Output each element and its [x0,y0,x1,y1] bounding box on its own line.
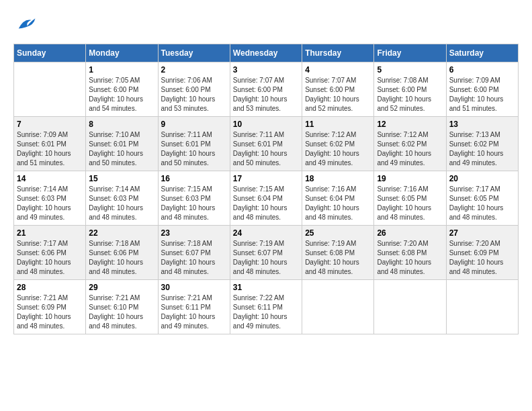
calendar-cell: 11Sunrise: 7:12 AMSunset: 6:02 PMDayligh… [302,117,374,171]
day-info: Sunrise: 7:19 AMSunset: 6:08 PMDaylight:… [305,239,371,277]
calendar-cell: 17Sunrise: 7:15 AMSunset: 6:04 PMDayligh… [230,171,302,226]
day-number: 30 [161,283,227,292]
calendar-cell: 31Sunrise: 7:22 AMSunset: 6:11 PMDayligh… [230,280,302,334]
day-info: Sunrise: 7:09 AMSunset: 6:01 PMDaylight:… [17,130,83,168]
day-number: 13 [449,120,515,129]
day-number: 8 [89,120,154,129]
calendar-cell: 3Sunrise: 7:07 AMSunset: 6:00 PMDaylight… [230,62,302,117]
day-number: 18 [305,174,371,183]
day-info: Sunrise: 7:21 AMSunset: 6:09 PMDaylight:… [17,293,83,331]
day-number: 11 [305,120,371,129]
day-number: 21 [17,228,83,238]
calendar-cell: 18Sunrise: 7:16 AMSunset: 6:04 PMDayligh… [302,171,374,226]
calendar-cell: 8Sunrise: 7:10 AMSunset: 6:01 PMDaylight… [86,117,158,171]
weekday-header-tuesday: Tuesday [158,44,230,62]
day-number: 6 [449,65,515,75]
week-row-5: 28Sunrise: 7:21 AMSunset: 6:09 PMDayligh… [14,280,519,334]
day-info: Sunrise: 7:20 AMSunset: 6:09 PMDaylight:… [449,239,515,277]
day-info: Sunrise: 7:11 AMSunset: 6:01 PMDaylight:… [161,130,227,168]
calendar-cell: 28Sunrise: 7:21 AMSunset: 6:09 PMDayligh… [14,280,86,334]
day-number: 26 [377,228,443,238]
calendar-cell: 10Sunrise: 7:11 AMSunset: 6:01 PMDayligh… [230,117,302,171]
calendar-table: SundayMondayTuesdayWednesdayThursdayFrid… [13,44,519,334]
weekday-header-sunday: Sunday [14,44,86,62]
weekday-header-thursday: Thursday [302,44,374,62]
day-info: Sunrise: 7:09 AMSunset: 6:00 PMDaylight:… [449,76,515,113]
weekday-header-wednesday: Wednesday [230,44,302,62]
day-number: 12 [377,120,443,129]
day-info: Sunrise: 7:07 AMSunset: 6:00 PMDaylight:… [233,76,299,113]
day-info: Sunrise: 7:05 AMSunset: 6:00 PMDaylight:… [89,76,154,113]
week-row-1: 1Sunrise: 7:05 AMSunset: 6:00 PMDaylight… [14,62,519,117]
day-number: 9 [161,120,227,129]
day-number: 27 [449,228,515,238]
day-number: 1 [89,65,154,75]
day-number: 22 [89,228,154,238]
day-info: Sunrise: 7:18 AMSunset: 6:07 PMDaylight:… [161,239,227,277]
day-info: Sunrise: 7:22 AMSunset: 6:11 PMDaylight:… [233,293,299,331]
day-info: Sunrise: 7:12 AMSunset: 6:02 PMDaylight:… [377,130,443,168]
day-info: Sunrise: 7:21 AMSunset: 6:10 PMDaylight:… [89,293,154,331]
week-row-2: 7Sunrise: 7:09 AMSunset: 6:01 PMDaylight… [14,117,519,171]
calendar-cell: 4Sunrise: 7:07 AMSunset: 6:00 PMDaylight… [302,62,374,117]
day-info: Sunrise: 7:12 AMSunset: 6:02 PMDaylight:… [305,130,371,168]
calendar-cell: 5Sunrise: 7:08 AMSunset: 6:00 PMDaylight… [374,62,446,117]
calendar-cell: 29Sunrise: 7:21 AMSunset: 6:10 PMDayligh… [86,280,158,334]
calendar-cell [302,280,374,334]
day-info: Sunrise: 7:11 AMSunset: 6:01 PMDaylight:… [233,130,299,168]
calendar-cell: 19Sunrise: 7:16 AMSunset: 6:05 PMDayligh… [374,171,446,226]
day-info: Sunrise: 7:15 AMSunset: 6:04 PMDaylight:… [233,185,299,222]
day-info: Sunrise: 7:19 AMSunset: 6:07 PMDaylight:… [233,239,299,277]
day-number: 10 [233,120,299,129]
calendar-cell: 21Sunrise: 7:17 AMSunset: 6:06 PMDayligh… [14,226,86,280]
calendar-cell: 9Sunrise: 7:11 AMSunset: 6:01 PMDaylight… [158,117,230,171]
day-info: Sunrise: 7:16 AMSunset: 6:04 PMDaylight:… [305,185,371,222]
day-number: 24 [233,228,299,238]
day-info: Sunrise: 7:21 AMSunset: 6:11 PMDaylight:… [161,293,227,331]
calendar-cell: 26Sunrise: 7:20 AMSunset: 6:08 PMDayligh… [374,226,446,280]
day-info: Sunrise: 7:16 AMSunset: 6:05 PMDaylight:… [377,185,443,222]
day-info: Sunrise: 7:10 AMSunset: 6:01 PMDaylight:… [89,130,154,168]
day-info: Sunrise: 7:15 AMSunset: 6:03 PMDaylight:… [161,185,227,222]
day-number: 3 [233,65,299,75]
day-number: 28 [17,283,83,292]
day-number: 17 [233,174,299,183]
calendar-cell: 22Sunrise: 7:18 AMSunset: 6:06 PMDayligh… [86,226,158,280]
day-number: 16 [161,174,227,183]
calendar-cell: 23Sunrise: 7:18 AMSunset: 6:07 PMDayligh… [158,226,230,280]
calendar-cell: 1Sunrise: 7:05 AMSunset: 6:00 PMDaylight… [86,62,158,117]
day-info: Sunrise: 7:14 AMSunset: 6:03 PMDaylight:… [89,185,154,222]
calendar-cell: 24Sunrise: 7:19 AMSunset: 6:07 PMDayligh… [230,226,302,280]
calendar-cell: 25Sunrise: 7:19 AMSunset: 6:08 PMDayligh… [302,226,374,280]
calendar-cell: 27Sunrise: 7:20 AMSunset: 6:09 PMDayligh… [446,226,518,280]
week-row-3: 14Sunrise: 7:14 AMSunset: 6:03 PMDayligh… [14,171,519,226]
logo [13,13,38,37]
day-info: Sunrise: 7:18 AMSunset: 6:06 PMDaylight:… [89,239,154,277]
header [13,13,519,37]
calendar-cell: 30Sunrise: 7:21 AMSunset: 6:11 PMDayligh… [158,280,230,334]
calendar-cell: 13Sunrise: 7:13 AMSunset: 6:02 PMDayligh… [446,117,518,171]
weekday-header-friday: Friday [374,44,446,62]
calendar-cell [14,62,86,117]
day-number: 5 [377,65,443,75]
day-number: 25 [305,228,371,238]
calendar-cell [374,280,446,334]
day-info: Sunrise: 7:20 AMSunset: 6:08 PMDaylight:… [377,239,443,277]
day-number: 15 [89,174,154,183]
calendar-cell: 2Sunrise: 7:06 AMSunset: 6:00 PMDaylight… [158,62,230,117]
logo-bird-icon [16,13,36,34]
calendar-cell: 6Sunrise: 7:09 AMSunset: 6:00 PMDaylight… [446,62,518,117]
weekday-header-row: SundayMondayTuesdayWednesdayThursdayFrid… [14,44,519,62]
day-info: Sunrise: 7:13 AMSunset: 6:02 PMDaylight:… [449,130,515,168]
day-number: 20 [449,174,515,183]
weekday-header-monday: Monday [86,44,158,62]
calendar-cell: 14Sunrise: 7:14 AMSunset: 6:03 PMDayligh… [14,171,86,226]
calendar-cell [446,280,518,334]
day-number: 31 [233,283,299,292]
day-number: 2 [161,65,227,75]
day-number: 23 [161,228,227,238]
calendar-cell: 16Sunrise: 7:15 AMSunset: 6:03 PMDayligh… [158,171,230,226]
week-row-4: 21Sunrise: 7:17 AMSunset: 6:06 PMDayligh… [14,226,519,280]
day-number: 4 [305,65,371,75]
day-number: 14 [17,174,83,183]
